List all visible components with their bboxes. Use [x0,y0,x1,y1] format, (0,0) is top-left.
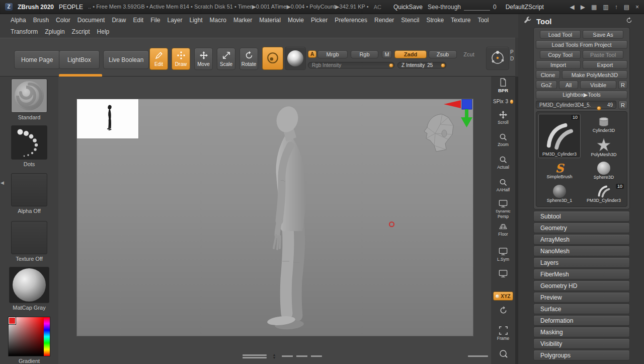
see-through-track[interactable] [464,6,490,11]
menu-help[interactable]: Help [94,28,113,35]
menu-edit[interactable]: Edit [129,17,147,24]
panel-icon[interactable]: ▤ [624,4,629,11]
load-tool-button[interactable]: Load Tool [540,30,581,39]
reset-palette-icon[interactable] [625,17,633,26]
document-canvas[interactable] [76,99,473,336]
display-icon[interactable]: ▥ [603,4,608,11]
lightbox-tools-button[interactable]: Lightbox▶Tools [536,91,627,99]
arrow-up-icon[interactable]: ↑ [615,4,618,11]
load-tools-from-project-button[interactable]: Load Tools From Project [536,40,627,49]
quicksave-button[interactable]: QuickSave [393,4,423,11]
clipped-button-d[interactable]: D [510,56,514,61]
mrgb-button[interactable]: Mrgb [317,50,348,58]
bpr-button[interactable]: BPR [493,78,513,93]
tool-section-preview[interactable]: Preview [533,292,630,303]
menu-draw[interactable]: Draw [108,17,129,24]
rgb-button[interactable]: Rgb [351,50,378,58]
current-stroke-thumbnail[interactable] [11,125,47,160]
dynamic-persp-button[interactable]: Dynamic Persp [493,199,513,219]
m-button[interactable]: M [382,50,392,58]
tool-item-sphere3d-1[interactable]: Sphere3D_1 [538,183,581,204]
menu-picker[interactable]: Picker [307,17,331,24]
goz-all-button[interactable]: All [559,81,578,89]
a-toggle-button[interactable]: A [308,50,316,58]
z-intensity-handle[interactable] [441,63,445,67]
active-tool-slider-handle[interactable] [597,106,601,111]
menu-layer[interactable]: Layer [164,17,186,24]
rgb-intensity-slider[interactable]: Rgb Intensity [308,62,394,68]
rotate-button[interactable]: Rotate [239,48,258,70]
menu-alpha[interactable]: Alpha [7,17,30,24]
tool-section-masking[interactable]: Masking [533,327,630,337]
xyz-symmetry-button[interactable]: XYZ [493,292,513,301]
tool-section-visibility[interactable]: Visibility [533,338,630,349]
slider-r-button[interactable]: R [618,101,627,109]
make-polymesh3d-button[interactable]: Make PolyMesh3D [562,70,627,79]
menu-macro[interactable]: Macro [206,17,230,24]
aahalf-button[interactable]: AAHalf [493,177,513,192]
gizmo-y-axis[interactable] [461,117,472,127]
tool-section-geometry-hd[interactable]: Geometry HD [533,280,630,291]
tool-section-geometry[interactable]: Geometry [533,223,630,233]
local-transform-button[interactable] [493,269,513,278]
volume-right-icon[interactable]: ▶ [581,4,585,11]
lightbox-button[interactable]: LightBox [59,50,100,69]
menu-movie[interactable]: Movie [284,17,307,24]
current-matcap-thumbnail[interactable] [9,267,49,303]
zoom-button[interactable]: Zoom [493,132,513,147]
scrollbar-dash-mid[interactable] [282,355,322,357]
menu-material[interactable]: Material [256,17,284,24]
z-intensity-slider[interactable]: Z Intensity 25 [397,62,446,68]
floor-button[interactable]: Floor [493,222,513,237]
tool-section-polygroups[interactable]: Polygroups [533,350,630,360]
scrollbar-dash-right[interactable] [468,355,488,357]
tool-item-polymesh3d[interactable]: PolyMesh3D [583,137,625,158]
menu-marker[interactable]: Marker [230,17,256,24]
menu-document[interactable]: Document [74,17,109,24]
gizmo-y-shaft[interactable] [465,109,468,118]
clone-button[interactable]: Clone [536,70,560,79]
tool-item-sphere3d[interactable]: Sphere3D [583,160,625,181]
menu-stencil[interactable]: Stencil [397,17,423,24]
move-button[interactable]: Move [194,48,213,70]
menu-file[interactable]: File [147,17,164,24]
menu-light[interactable]: Light [186,17,206,24]
radial-symmetry-button[interactable] [493,306,513,315]
menu-preferences[interactable]: Preferences [331,17,371,24]
color-picker[interactable] [8,317,50,356]
menu-stroke[interactable]: Stroke [423,17,447,24]
tool-item-simplebrush[interactable]: S SimpleBrush [538,160,581,181]
goz-visible-button[interactable]: Visible [580,81,616,89]
edit-button[interactable]: Edit [149,48,168,70]
zcut-button[interactable]: Zcut [459,50,479,58]
export-button[interactable]: Export [583,60,627,69]
current-color-swatch[interactable] [9,317,16,324]
spix-handle[interactable] [510,100,513,104]
zsub-button[interactable]: Zsub [429,50,457,58]
draw-button[interactable]: Draw [172,48,190,70]
scale-button[interactable]: Scale [217,48,235,70]
paste-tool-button[interactable]: Paste Tool [583,50,623,59]
goz-r-button[interactable]: R [618,81,627,89]
tray-collapse-arrow[interactable]: ◀ [1,180,4,185]
menu-brush[interactable]: Brush [30,17,52,24]
copy-tool-button[interactable]: Copy Tool [540,50,581,59]
local-symmetry-button[interactable]: L.Sym [493,247,513,262]
gizmo-z-axis[interactable] [462,99,472,109]
save-as-button[interactable]: Save As [583,30,623,39]
home-page-button[interactable]: Home Page [14,50,60,69]
menu-render[interactable]: Render [371,17,397,24]
see-through-slider[interactable]: See-through 0 [428,4,497,11]
tool-section-arraymesh[interactable]: ArrayMesh [533,234,630,245]
current-alpha-thumbnail[interactable] [11,173,47,206]
actual-size-button[interactable]: Actual [493,155,513,170]
menu-zplugin[interactable]: Zplugin [41,28,68,35]
zadd-button[interactable]: Zadd [394,50,427,58]
gizmo-x-axis[interactable] [444,100,461,108]
tool-item-active[interactable]: PM3D_Cylinder3 10 [538,114,581,158]
scrollbar-dash-left[interactable] [243,354,267,356]
current-stroke-button[interactable] [262,47,283,70]
current-material-button[interactable] [285,47,306,70]
current-texture-thumbnail[interactable] [11,221,47,254]
menu-transform[interactable]: Transform [7,28,41,35]
